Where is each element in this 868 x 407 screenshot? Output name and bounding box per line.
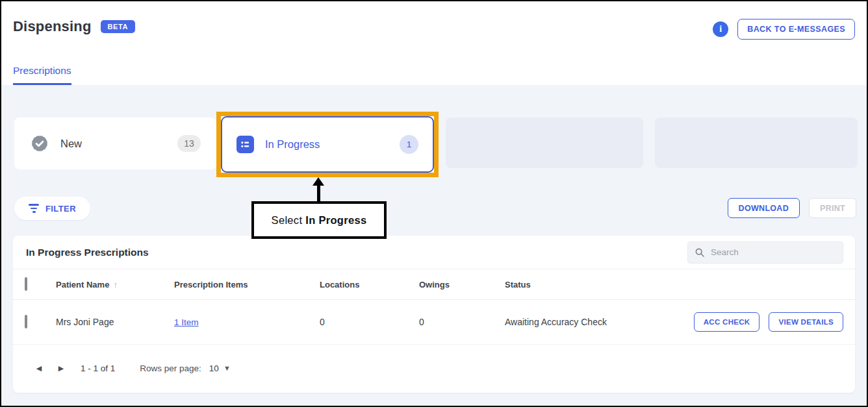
callout-text: Select xyxy=(272,214,303,227)
status-card-placeholder-2[interactable] xyxy=(655,117,858,168)
table-header-row: Patient Name↑ Prescription Items Locatio… xyxy=(13,269,855,300)
status-cell: Awaiting Accuracy Check xyxy=(505,317,694,327)
info-icon[interactable]: i xyxy=(713,21,728,37)
column-owings: Owings xyxy=(419,280,505,290)
view-details-button[interactable]: VIEW DETAILS xyxy=(769,312,843,332)
status-card-in-progress-count: 1 xyxy=(400,135,418,154)
owings-cell: 0 xyxy=(419,317,505,327)
content-area: New 13 In Progress 1 xyxy=(1,85,867,406)
pagination: ◀ ▶ 1 - 1 of 1 Rows per page: 10 ▼ xyxy=(13,345,855,376)
page-title: Dispensing xyxy=(13,18,92,35)
sort-asc-icon: ↑ xyxy=(113,280,118,290)
status-card-in-progress-label: In Progress xyxy=(265,138,320,151)
status-card-new[interactable]: New 13 xyxy=(14,117,216,169)
patient-name-cell: Mrs Joni Page xyxy=(56,317,174,327)
prescriptions-table-card: In Progress Prescriptions Patient Name↑ xyxy=(13,236,855,393)
status-card-new-label: New xyxy=(60,138,82,150)
column-prescription-items: Prescription Items xyxy=(174,280,320,290)
row-checkbox[interactable] xyxy=(25,315,27,328)
table-row: Mrs Joni Page 1 Item 0 0 Awaiting Accura… xyxy=(13,300,855,345)
print-button[interactable]: PRINT xyxy=(809,198,856,218)
filter-icon xyxy=(29,204,39,213)
rows-per-page-label: Rows per page: xyxy=(140,364,201,373)
tab-bar: Prescriptions xyxy=(13,65,71,85)
callout-text-bold: In Progress xyxy=(305,214,366,227)
page-header: Dispensing BETA i BACK TO E-MESSAGES Pre… xyxy=(1,1,867,85)
status-card-in-progress[interactable]: In Progress 1 xyxy=(221,116,434,173)
acc-check-button[interactable]: ACC CHECK xyxy=(694,312,760,332)
rows-per-page-value: 10 xyxy=(209,364,219,373)
tab-prescriptions[interactable]: Prescriptions xyxy=(13,65,71,85)
locations-cell: 0 xyxy=(320,317,419,327)
callout-arrow-up xyxy=(311,177,326,202)
search-box xyxy=(687,241,843,264)
column-patient-name[interactable]: Patient Name↑ xyxy=(56,280,174,290)
status-card-placeholder-1[interactable] xyxy=(446,117,643,168)
table-title: In Progress Prescriptions xyxy=(26,247,149,258)
list-icon xyxy=(236,136,254,153)
prescription-items-link[interactable]: 1 Item xyxy=(174,317,199,327)
app-window: Dispensing BETA i BACK TO E-MESSAGES Pre… xyxy=(0,0,868,407)
callout-select-in-progress: Select In Progress xyxy=(251,201,387,239)
seal-check-icon xyxy=(30,134,49,153)
filter-button[interactable]: FILTER xyxy=(14,197,90,220)
beta-badge: BETA xyxy=(101,20,136,33)
column-locations: Locations xyxy=(320,280,419,290)
back-to-emessages-button[interactable]: BACK TO E-MESSAGES xyxy=(737,19,855,40)
tutorial-highlight-box: In Progress 1 xyxy=(216,112,439,177)
search-input[interactable] xyxy=(711,247,836,257)
search-icon xyxy=(695,247,705,258)
chevron-down-icon: ▼ xyxy=(223,364,231,372)
select-all-checkbox[interactable] xyxy=(25,277,27,291)
download-button[interactable]: DOWNLOAD xyxy=(728,198,800,218)
filter-button-label: FILTER xyxy=(45,204,76,214)
status-card-new-count: 13 xyxy=(177,135,201,152)
pagination-range: 1 - 1 of 1 xyxy=(81,364,115,373)
prev-page-button[interactable]: ◀ xyxy=(31,360,47,376)
rows-per-page-select[interactable]: 10 ▼ xyxy=(209,364,231,373)
column-status: Status xyxy=(505,280,843,290)
next-page-button[interactable]: ▶ xyxy=(53,360,69,376)
